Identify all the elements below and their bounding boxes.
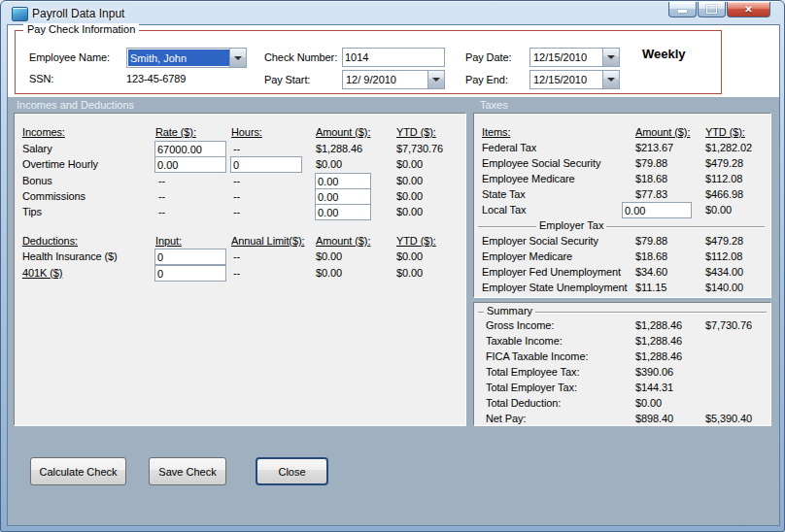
pay-frequency-label: Weekly — [642, 48, 686, 60]
bonus-ytd-value: $0.00 — [396, 175, 423, 187]
employee-name-value: Smith, John — [128, 50, 229, 66]
commissions-hours-value: -- — [233, 190, 240, 203]
close-icon: ✕ — [744, 5, 752, 15]
state-tax-amount: $77.83 — [635, 188, 667, 201]
pay-start-dropdown-button[interactable] — [427, 71, 444, 88]
maximize-button[interactable] — [698, 2, 726, 17]
calculate-check-button[interactable]: Calculate Check — [30, 457, 126, 485]
employer-fed-unemployment-ytd: $434.00 — [705, 266, 743, 279]
employee-medicare-ytd: $112.08 — [705, 173, 742, 185]
taxes-panel: Items: Amount ($): YTD ($): Federal Tax … — [473, 113, 771, 298]
deduction-401k-label: 401K ($) — [22, 267, 62, 280]
fica-taxable-income-label: FICA Taxable Income: — [486, 350, 588, 363]
employee-ss-amount: $79.88 — [635, 157, 667, 170]
input-col-header: Input: — [155, 235, 182, 248]
pay-date-dropdown-button[interactable] — [602, 49, 619, 66]
chevron-down-icon — [607, 55, 615, 59]
total-employee-tax-label: Total Employee Tax: — [486, 366, 579, 379]
minimize-icon — [678, 10, 687, 13]
salary-amount-value: $1,288.46 — [316, 143, 362, 155]
chevron-down-icon — [432, 78, 440, 82]
check-number-input[interactable] — [342, 48, 445, 67]
ssn-label: SSN: — [29, 73, 53, 85]
ytd-col-header: YTD ($): — [396, 126, 436, 139]
local-tax-label: Local Tax — [482, 204, 526, 216]
pay-end-dropdown-button[interactable] — [602, 71, 619, 88]
federal-tax-label: Federal Tax — [482, 142, 536, 154]
chevron-down-icon — [607, 78, 615, 82]
gross-income-ytd: $7,730.76 — [705, 319, 752, 332]
section-taxes: Taxes — [480, 99, 508, 111]
maximize-icon — [706, 5, 717, 14]
salary-rate-input[interactable] — [154, 141, 226, 157]
pay-start-value: 12/ 9/2010 — [343, 71, 427, 88]
tips-amount-input[interactable] — [315, 204, 371, 220]
employer-ss-label: Employer Social Security — [482, 235, 598, 248]
employee-name-dropdown[interactable]: Smith, John — [126, 48, 247, 68]
total-deduction-amount: $0.00 — [635, 397, 662, 410]
pay-date-label: Pay Date: — [465, 51, 511, 64]
deduction-401k-input[interactable] — [154, 265, 226, 282]
health-ytd-value: $0.00 — [396, 250, 423, 263]
local-tax-ytd: $0.00 — [705, 204, 732, 216]
401k-ytd-value: $0.00 — [396, 267, 423, 280]
tax-items-col-header: Items: — [482, 126, 510, 139]
employer-medicare-ytd: $112.08 — [705, 250, 742, 263]
close-button[interactable]: Close — [256, 457, 328, 485]
total-employee-tax-amount: $390.06 — [635, 366, 673, 379]
employee-dropdown-button[interactable] — [229, 49, 246, 67]
local-tax-input[interactable] — [622, 202, 692, 218]
gross-income-amount: $1,288.46 — [635, 319, 682, 332]
ded-amount-col-header: Amount ($): — [316, 235, 370, 248]
net-pay-amount: $898.40 — [635, 413, 673, 425]
health-insurance-input[interactable] — [154, 249, 226, 265]
amount-col-header: Amount ($): — [316, 126, 370, 139]
overtime-rate-input[interactable] — [154, 156, 226, 173]
employee-medicare-label: Employee Medicare — [482, 173, 575, 185]
net-pay-label: Net Pay: — [486, 413, 526, 425]
state-tax-ytd: $466.98 — [705, 188, 743, 201]
federal-tax-amount: $213.67 — [635, 142, 673, 154]
close-window-button[interactable]: ✕ — [727, 2, 770, 17]
tips-hours-value: -- — [233, 206, 240, 218]
annual-limit-col-header: Annual Limit($): — [231, 235, 304, 248]
minimize-button[interactable] — [668, 2, 697, 17]
taxable-income-label: Taxable Income: — [486, 335, 563, 348]
tax-amount-col-header: Amount ($): — [635, 126, 690, 139]
employee-ss-label: Employee Social Security — [482, 157, 600, 170]
pay-start-picker[interactable]: 12/ 9/2010 — [342, 70, 445, 89]
incomes-deductions-panel: Incomes: Rate ($): Hours: Amount ($): YT… — [14, 113, 466, 426]
summary-panel: Summary Gross Income: $1,288.46 $7,730.7… — [473, 302, 771, 426]
pay-date-picker[interactable]: 12/15/2010 — [529, 48, 620, 67]
overtime-hours-input[interactable] — [230, 156, 302, 173]
pay-end-picker[interactable]: 12/15/2010 — [529, 70, 620, 89]
commissions-amount-input[interactable] — [315, 188, 371, 205]
bonus-amount-input[interactable] — [315, 173, 371, 189]
overtime-amount-value: $0.00 — [316, 158, 342, 171]
check-number-label: Check Number: — [264, 51, 337, 64]
employee-medicare-amount: $18.68 — [635, 173, 667, 185]
pay-end-label: Pay End: — [465, 74, 508, 86]
save-check-button[interactable]: Save Check — [149, 457, 226, 485]
employer-fed-unemployment-amount: $34.60 — [635, 266, 667, 279]
federal-tax-ytd: $1,282.02 — [705, 142, 752, 154]
employer-state-unemployment-label: Employer State Unemployment — [482, 282, 628, 294]
app-icon — [12, 7, 28, 21]
employer-tax-group-title: Employer Tax — [536, 219, 606, 231]
chevron-down-icon — [234, 56, 242, 60]
ded-ytd-col-header: YTD ($): — [396, 235, 436, 248]
state-tax-label: State Tax — [482, 188, 526, 201]
salary-label: Salary — [22, 143, 52, 155]
salary-hours-value: -- — [233, 143, 240, 155]
employer-state-unemployment-ytd: $140.00 — [705, 282, 743, 294]
hours-col-header: Hours: — [231, 126, 262, 139]
employer-fed-unemployment-label: Employer Fed Unemployment — [482, 266, 621, 279]
employer-ss-amount: $79.88 — [635, 235, 667, 248]
pay-date-value: 12/15/2010 — [530, 49, 602, 66]
bonus-label: Bonus — [22, 175, 52, 187]
overtime-ytd-value: $0.00 — [396, 158, 423, 171]
rate-col-header: Rate ($): — [155, 126, 196, 139]
net-pay-ytd: $5,390.40 — [705, 413, 752, 425]
employer-state-unemployment-amount: $11.15 — [635, 282, 666, 294]
pay-end-value: 12/15/2010 — [530, 71, 602, 88]
